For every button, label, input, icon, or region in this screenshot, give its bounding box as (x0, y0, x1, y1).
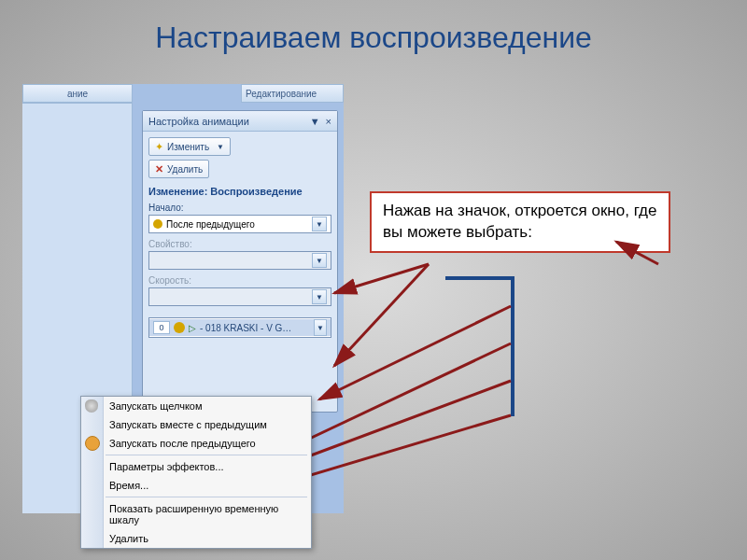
anim-item-text: - 018 KRASKI - V G… (200, 323, 291, 333)
bracket-connector (511, 276, 514, 416)
menu-item-label: Запускать после предыдущего (109, 438, 256, 449)
ribbon-fragment: ание Редактирование (22, 84, 344, 108)
menu-item-label: Запускать щелчком (109, 400, 203, 412)
pane-body: ✦ Изменить ▼ ✕ Удалить Изменение: Воспро… (143, 132, 337, 343)
ribbon-group-left: ание (22, 84, 133, 103)
property-combo: ▼ (148, 251, 331, 270)
pane-close-icon[interactable]: × (326, 116, 331, 127)
start-combo[interactable]: После предыдущего ▼ (148, 215, 331, 233)
pane-pin-icon[interactable]: ▼ (310, 116, 320, 127)
svg-line-2 (319, 306, 511, 399)
change-effect-button[interactable]: ✦ Изменить ▼ (148, 137, 231, 156)
remove-x-icon: ✕ (155, 163, 163, 175)
animation-list-item[interactable]: 0 ▷ - 018 KRASKI - V G… ▼ (149, 319, 331, 336)
menu-effect-options[interactable]: Параметры эффектов... (81, 457, 311, 476)
clock-icon (174, 322, 185, 333)
menu-timing[interactable]: Время... (81, 476, 311, 495)
chevron-down-icon: ▼ (312, 253, 327, 268)
menu-item-label: Параметры эффектов... (109, 461, 224, 472)
anim-index-badge: 0 (153, 321, 170, 334)
speed-combo: ▼ (148, 287, 331, 306)
remove-button-label: Удалить (167, 164, 203, 175)
start-label: Начало: (148, 203, 331, 213)
menu-item-label: Время... (109, 480, 148, 491)
start-combo-value: После предыдущего (166, 219, 255, 230)
menu-start-on-click[interactable]: Запускать щелчком (81, 397, 311, 415)
animation-task-pane: Настройка анимации ▼ × ✦ Изменить ▼ ✕ Уд… (142, 110, 338, 413)
star-icon: ✦ (155, 141, 163, 153)
edit-section-title: Изменение: Воспроизведение (148, 186, 331, 197)
instruction-callout: Нажав на значок, откроется окно, где вы … (370, 191, 670, 253)
play-icon: ▷ (189, 323, 196, 333)
dropdown-arrow-icon[interactable]: ▼ (314, 319, 327, 336)
chevron-down-icon: ▼ (217, 143, 224, 151)
menu-separator (106, 497, 307, 497)
change-button-label: Изменить (167, 142, 209, 152)
speed-label: Скорость: (148, 275, 331, 286)
menu-show-advanced-timeline[interactable]: Показать расширенную временную шкалу (81, 499, 311, 529)
remove-effect-button[interactable]: ✕ Удалить (148, 160, 209, 178)
menu-start-after-previous[interactable]: Запускать после предыдущего (81, 434, 311, 453)
slide-title: Настраиваем воспроизведение (0, 0, 747, 55)
ribbon-group-right: Редактирование (241, 84, 344, 103)
menu-item-label: Показать расширенную временную шкалу (109, 503, 303, 525)
clock-icon (153, 219, 162, 229)
chevron-down-icon[interactable]: ▼ (312, 217, 327, 231)
property-label: Свойство: (148, 239, 331, 249)
menu-start-with-previous[interactable]: Запускать вместе с предыдущим (81, 415, 311, 434)
menu-item-label: Запускать вместе с предыдущим (109, 419, 267, 430)
chevron-down-icon: ▼ (312, 289, 327, 304)
menu-separator (106, 455, 307, 455)
animation-list[interactable]: 0 ▷ - 018 KRASKI - V G… ▼ (148, 317, 331, 338)
animation-context-menu: Запускать щелчком Запускать вместе с пре… (80, 396, 312, 549)
callout-text: Нажав на значок, откроется окно, где вы … (383, 202, 656, 241)
svg-line-0 (334, 264, 429, 293)
ms-office-screenshot: ание Редактирование Настройка анимации ▼… (22, 84, 344, 513)
pane-header: Настройка анимации ▼ × (143, 111, 337, 132)
pane-title: Настройка анимации (148, 116, 249, 127)
svg-line-1 (334, 264, 429, 366)
menu-item-label: Удалить (109, 533, 148, 544)
menu-delete[interactable]: Удалить (81, 529, 311, 548)
